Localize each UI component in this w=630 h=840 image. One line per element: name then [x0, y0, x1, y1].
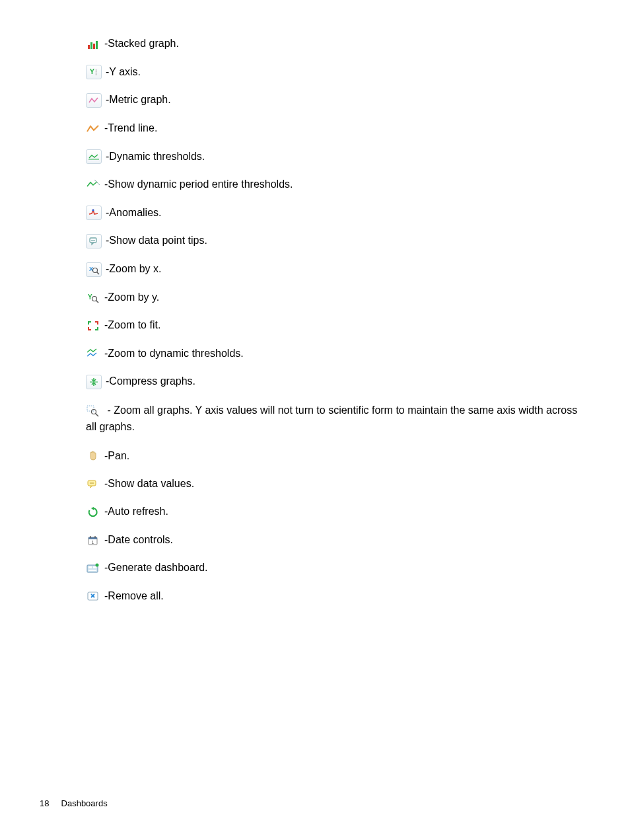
- svg-line-5: [94, 180, 100, 185]
- icon-legend-label: Y axis.: [109, 65, 141, 79]
- dynamic-thresholds-icon: [86, 149, 102, 164]
- icon-legend-label: Show dynamic period entire thresholds.: [108, 177, 293, 192]
- trend-line-icon: [86, 121, 100, 135]
- svg-rect-3: [96, 41, 98, 49]
- svg-rect-32: [88, 570, 96, 571]
- zoom-all-graphs-icon: [86, 402, 100, 419]
- show-data-values-icon: [86, 477, 100, 491]
- icon-legend-row: - Stacked graph.: [86, 36, 590, 51]
- icon-legend-row: 1 - Date controls.: [86, 533, 590, 547]
- svg-rect-31: [93, 566, 96, 568]
- icon-legend-label: Zoom by y.: [108, 290, 159, 305]
- icon-legend-label: Date controls.: [108, 533, 173, 547]
- data-point-tips-icon: [86, 233, 102, 248]
- svg-point-6: [92, 210, 94, 211]
- icon-legend-row: - Auto refresh.: [86, 504, 590, 519]
- icon-legend-label: Trend line.: [108, 121, 157, 135]
- icon-legend-row: Y┊ - Y axis.: [86, 64, 590, 79]
- svg-marker-23: [91, 507, 94, 510]
- svg-line-14: [96, 300, 99, 303]
- icon-legend-row: - Dynamic thresholds.: [86, 149, 590, 164]
- icon-legend-row: - Show data values.: [86, 477, 590, 491]
- svg-point-13: [92, 296, 97, 301]
- pan-icon: [86, 449, 100, 463]
- icon-legend-row: - Show data point tips.: [86, 233, 590, 248]
- page-content: - Stacked graph. Y┊ - Y axis. - Metric g…: [0, 0, 630, 840]
- icon-legend-label: Compress graphs.: [109, 374, 195, 389]
- icon-legend-row: - Zoom to dynamic thresholds.: [86, 346, 590, 361]
- icon-legend-label: Zoom to fit.: [108, 318, 160, 332]
- svg-rect-0: [88, 45, 90, 49]
- zoom-y-icon: Y: [86, 290, 100, 305]
- icon-legend-label: Dynamic thresholds.: [109, 149, 205, 164]
- icon-legend-label: Zoom all graphs. Y axis values will not …: [86, 404, 577, 432]
- generate-dashboard-icon: [86, 560, 100, 575]
- svg-rect-18: [87, 406, 94, 411]
- zoom-fit-icon: [86, 318, 100, 332]
- icon-legend-label: Zoom by x.: [109, 262, 161, 276]
- page-footer: 18 Dashboards: [40, 798, 108, 808]
- svg-rect-2: [93, 44, 95, 49]
- svg-line-20: [96, 413, 99, 416]
- icon-legend-row: - Pan.: [86, 449, 590, 463]
- icon-legend-label: Auto refresh.: [108, 504, 168, 519]
- remove-all-icon: [86, 589, 100, 603]
- icon-legend-row: Y - Zoom by y.: [86, 290, 590, 305]
- svg-point-10: [93, 268, 98, 272]
- svg-text:X: X: [89, 266, 93, 272]
- icon-legend-row: - Remove all.: [86, 589, 590, 603]
- svg-rect-1: [90, 42, 92, 49]
- icon-legend-row: X - Zoom by x.: [86, 262, 590, 277]
- icon-legend-label: Generate dashboard.: [108, 560, 207, 575]
- icon-legend-row: - Zoom all graphs. Y axis values will no…: [86, 402, 590, 436]
- svg-text:1: 1: [92, 539, 94, 544]
- separator: -: [107, 404, 114, 416]
- svg-rect-30: [88, 566, 92, 568]
- icon-legend-label: Remove all.: [108, 589, 163, 603]
- y-axis-icon: Y┊: [86, 64, 102, 79]
- icon-legend-label: Stacked graph.: [108, 36, 179, 51]
- stacked-graph-icon: [86, 36, 100, 51]
- footer-section: Dashboards: [61, 798, 108, 808]
- icon-legend-label: Metric graph.: [109, 93, 170, 107]
- metric-graph-icon: [86, 93, 102, 108]
- icon-legend-row: - Trend line.: [86, 121, 590, 135]
- compress-graphs-icon: [86, 374, 102, 389]
- svg-line-11: [97, 272, 100, 274]
- icon-legend-row: - Anomalies.: [86, 205, 590, 220]
- auto-refresh-icon: [86, 504, 100, 519]
- icon-legend-label: Pan.: [108, 449, 129, 463]
- svg-point-19: [92, 409, 96, 414]
- icon-legend-row: - Zoom to fit.: [86, 318, 590, 332]
- svg-text:Y: Y: [88, 293, 92, 301]
- icon-legend-label: Show data point tips.: [109, 233, 207, 248]
- icon-legend-label: Show data values.: [108, 477, 194, 491]
- icon-legend-row: - Metric graph.: [86, 93, 590, 108]
- dynamic-period-thresholds-icon: [86, 177, 100, 192]
- icon-legend-label: Anomalies.: [109, 206, 161, 220]
- svg-point-33: [96, 563, 99, 566]
- date-controls-icon: 1: [86, 533, 100, 547]
- page-number: 18: [40, 798, 49, 808]
- zoom-dynamic-thresholds-icon: [86, 346, 100, 361]
- icon-legend-label: Zoom to dynamic thresholds.: [108, 346, 243, 361]
- icon-legend-row: - Generate dashboard.: [86, 560, 590, 575]
- icon-legend-row: - Show dynamic period entire thresholds.: [86, 177, 590, 192]
- zoom-x-icon: X: [86, 262, 102, 277]
- icon-legend-row: - Compress graphs.: [86, 374, 590, 389]
- anomalies-icon: [86, 205, 102, 220]
